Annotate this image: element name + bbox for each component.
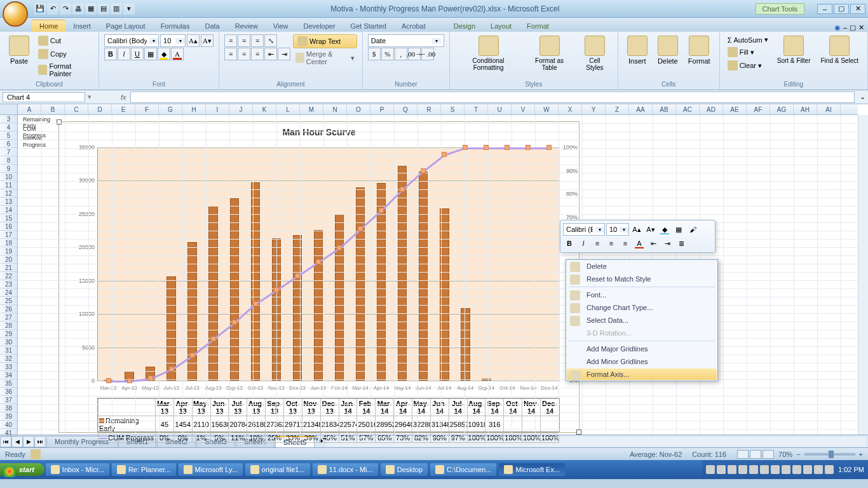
row-header[interactable]: 15: [0, 214, 17, 222]
row-header[interactable]: 10: [0, 173, 17, 181]
taskbar-item[interactable]: Re: Planner...: [112, 463, 176, 476]
row-header[interactable]: 41: [0, 429, 17, 437]
vertical-scrollbar[interactable]: [858, 115, 868, 435]
tab-get-started[interactable]: Get Started: [343, 20, 394, 32]
column-header[interactable]: AF: [747, 104, 770, 114]
close-button[interactable]: ✕: [850, 4, 865, 14]
start-button[interactable]: start: [0, 463, 44, 476]
row-header[interactable]: 35: [0, 379, 17, 388]
doc-minimize-icon[interactable]: –: [843, 24, 847, 32]
column-header[interactable]: J: [229, 104, 253, 114]
column-header[interactable]: Q: [394, 104, 417, 114]
formula-expand-icon[interactable]: ⌄: [857, 93, 868, 101]
line-marker[interactable]: [148, 376, 153, 381]
column-header[interactable]: N: [323, 104, 347, 114]
normal-view-button[interactable]: [737, 450, 749, 459]
column-header[interactable]: F: [135, 104, 159, 114]
tray-icon[interactable]: [717, 465, 726, 474]
mini-align-right-button[interactable]: ≡: [619, 237, 632, 250]
tab-view[interactable]: View: [266, 20, 296, 32]
line-marker[interactable]: [190, 353, 195, 358]
column-headers[interactable]: ABCDEFGHIJKLMNOPQRSTUVWXYZAAABACADAEAFAG…: [18, 104, 858, 115]
row-header[interactable]: 32: [0, 355, 17, 363]
mini-fill-button[interactable]: ◆: [658, 223, 671, 236]
row-header[interactable]: 12: [0, 189, 17, 198]
wrap-text-button[interactable]: Wrap Text: [293, 34, 357, 48]
row-header[interactable]: 40: [0, 421, 17, 429]
undo-icon[interactable]: ↶: [47, 3, 58, 15]
font-color-button[interactable]: A: [171, 48, 184, 60]
row-header[interactable]: 31: [0, 346, 17, 355]
tray-icon[interactable]: [792, 465, 801, 474]
column-header[interactable]: D: [88, 104, 112, 114]
row-headers[interactable]: 3456789101112131415161718192021222324252…: [0, 115, 18, 435]
column-header[interactable]: AA: [629, 104, 653, 114]
border-button[interactable]: ▦: [144, 48, 157, 60]
taskbar-item[interactable]: Microsoft Ex...: [499, 463, 565, 476]
line-marker[interactable]: [232, 320, 237, 325]
line-marker[interactable]: [295, 273, 300, 278]
align-top-button[interactable]: ≡: [224, 34, 237, 47]
shrink-font-button[interactable]: A▾: [201, 34, 214, 47]
context-item[interactable]: Delete: [566, 260, 717, 273]
fx-button[interactable]: fx: [117, 93, 130, 101]
autosum-button[interactable]: Σ AutoSum ▾: [725, 34, 771, 45]
sort-filter-button[interactable]: Sort & Filter: [773, 34, 815, 65]
column-header[interactable]: AB: [653, 104, 676, 114]
line-marker[interactable]: [379, 208, 384, 213]
column-header[interactable]: U: [488, 104, 512, 114]
cells-canvas[interactable]: Remaining Early CUM Progress Interval Pr…: [18, 115, 858, 435]
context-item[interactable]: Select Data...: [566, 314, 717, 327]
column-header[interactable]: M: [300, 104, 323, 114]
taskbar-item[interactable]: 11.docx - Mi...: [313, 463, 378, 476]
row-header[interactable]: 26: [0, 305, 17, 313]
row-header[interactable]: 22: [0, 272, 17, 280]
bar[interactable]: [251, 182, 261, 381]
mini-bullets-button[interactable]: ≣: [675, 237, 688, 250]
row-header[interactable]: 7: [0, 148, 17, 156]
italic-button[interactable]: I: [118, 48, 130, 60]
comma-button[interactable]: ,: [395, 48, 407, 60]
align-middle-button[interactable]: ≡: [238, 34, 250, 47]
cell-styles-button[interactable]: Cell Styles: [577, 34, 613, 72]
line-marker[interactable]: [546, 145, 552, 150]
column-header[interactable]: V: [512, 104, 535, 114]
line-marker[interactable]: [505, 145, 510, 150]
mini-decrease-indent-button[interactable]: ⇤: [647, 237, 660, 250]
row-header[interactable]: 30: [0, 338, 17, 346]
column-header[interactable]: AC: [676, 104, 700, 114]
bar[interactable]: [293, 235, 302, 381]
line-marker[interactable]: [169, 367, 174, 372]
taskbar-item[interactable]: C:\Documen...: [430, 463, 496, 476]
tray-icon[interactable]: [749, 465, 758, 474]
line-marker[interactable]: [421, 168, 426, 173]
row-header[interactable]: 8: [0, 156, 17, 165]
zoom-level[interactable]: 70%: [778, 451, 792, 458]
tray-icon[interactable]: [814, 465, 823, 474]
volume-icon[interactable]: [825, 465, 834, 474]
help-icon[interactable]: ◉: [834, 24, 841, 32]
zoom-in-button[interactable]: +: [859, 451, 863, 458]
mini-align-left-button[interactable]: ≡: [591, 237, 604, 250]
tray-icon[interactable]: [782, 465, 790, 474]
find-select-button[interactable]: Find & Select: [817, 34, 862, 65]
row-header[interactable]: 28: [0, 322, 17, 330]
context-item[interactable]: Add Minor Gridlines: [566, 355, 717, 368]
format-cells-button[interactable]: Format: [684, 34, 714, 66]
line-marker[interactable]: [442, 152, 447, 157]
tab-developer[interactable]: Developer: [295, 20, 342, 32]
mini-bold-button[interactable]: B: [563, 237, 576, 250]
column-header[interactable]: AD: [700, 104, 723, 114]
row-header[interactable]: 19: [0, 247, 17, 255]
maximize-button[interactable]: ▢: [834, 4, 849, 14]
context-item[interactable]: Font...: [566, 288, 717, 301]
line-marker[interactable]: [463, 145, 468, 150]
increase-decimal-button[interactable]: .00→: [408, 48, 421, 60]
cut-button[interactable]: Cut: [36, 34, 93, 47]
formula-input[interactable]: [130, 92, 855, 103]
bar[interactable]: [230, 198, 240, 381]
align-bottom-button[interactable]: ≡: [251, 34, 264, 47]
row-header[interactable]: 38: [0, 404, 17, 412]
copy-button[interactable]: Copy: [36, 48, 93, 60]
tab-home[interactable]: Home: [32, 20, 65, 32]
